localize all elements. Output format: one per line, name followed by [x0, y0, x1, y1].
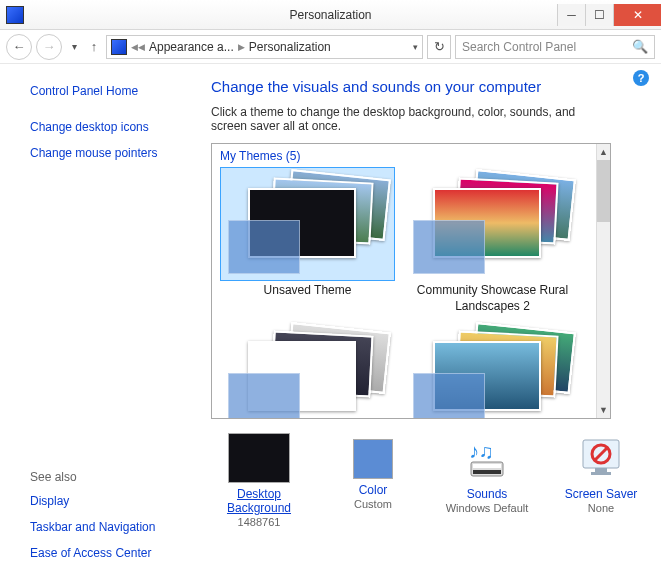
theme-item[interactable]: Community Showcase Rural Landscapes 2: [405, 167, 580, 314]
screen-saver-option[interactable]: Screen Saver None: [555, 433, 647, 528]
see-also-label: See also: [30, 470, 195, 484]
help-icon[interactable]: ?: [633, 70, 649, 86]
option-value: 1488761: [213, 516, 305, 528]
breadcrumb-separator-icon: ◀◀: [131, 42, 145, 52]
app-icon: [6, 6, 24, 24]
search-icon: 🔍: [632, 39, 648, 54]
left-nav: Control Panel Home Change desktop icons …: [0, 64, 207, 584]
svg-rect-2: [473, 464, 501, 468]
close-button[interactable]: ✕: [613, 4, 661, 26]
change-mouse-pointers-link[interactable]: Change mouse pointers: [30, 146, 195, 160]
history-dropdown[interactable]: ▾: [66, 34, 82, 60]
location-icon: [111, 39, 127, 55]
theme-item[interactable]: Unsaved Theme: [220, 167, 395, 314]
option-label: Color: [327, 483, 419, 497]
theme-list: My Themes (5) Unsaved Theme Community Sh…: [211, 143, 611, 419]
theme-label: Community Showcase Rural Landscapes 2: [405, 283, 580, 314]
option-value: Windows Default: [441, 502, 533, 514]
nav-bar: ← → ▾ ↑ ◀◀ Appearance a... ▶ Personaliza…: [0, 30, 661, 64]
change-desktop-icons-link[interactable]: Change desktop icons: [30, 120, 195, 134]
main-content: ? Change the visuals and sounds on your …: [207, 64, 661, 584]
address-bar[interactable]: ◀◀ Appearance a... ▶ Personalization ▾: [106, 35, 423, 59]
theme-group-label: My Themes (5): [212, 144, 610, 165]
bottom-options: Desktop Background 1488761 Color Custom …: [211, 433, 647, 528]
maximize-button[interactable]: ☐: [585, 4, 613, 26]
page-heading: Change the visuals and sounds on your co…: [211, 78, 647, 95]
svg-text:♪♫: ♪♫: [469, 440, 494, 462]
desktop-background-option[interactable]: Desktop Background 1488761: [213, 433, 305, 528]
option-value: Custom: [327, 498, 419, 510]
search-box[interactable]: 🔍: [455, 35, 655, 59]
forward-button[interactable]: →: [36, 34, 62, 60]
minimize-button[interactable]: ─: [557, 4, 585, 26]
option-label: Sounds: [441, 487, 533, 501]
page-subtext: Click a theme to change the desktop back…: [211, 105, 611, 133]
ease-of-access-link[interactable]: Ease of Access Center: [30, 546, 195, 560]
svg-rect-3: [473, 470, 501, 474]
breadcrumb-segment[interactable]: Personalization: [249, 40, 331, 54]
svg-rect-5: [595, 468, 607, 472]
desktop-background-icon: [228, 433, 290, 483]
option-value: None: [555, 502, 647, 514]
display-link[interactable]: Display: [30, 494, 195, 508]
theme-item[interactable]: [405, 320, 580, 419]
address-dropdown-icon[interactable]: ▾: [413, 42, 418, 52]
option-label: Desktop Background: [213, 487, 305, 515]
option-label: Screen Saver: [555, 487, 647, 501]
back-button[interactable]: ←: [6, 34, 32, 60]
color-swatch-icon: [353, 439, 393, 479]
svg-rect-6: [591, 472, 611, 475]
screen-saver-icon: [570, 433, 632, 483]
refresh-button[interactable]: ↻: [427, 35, 451, 59]
taskbar-navigation-link[interactable]: Taskbar and Navigation: [30, 520, 195, 534]
sounds-icon: ♪♫: [456, 433, 518, 483]
color-option[interactable]: Color Custom: [327, 433, 419, 528]
breadcrumb-segment[interactable]: Appearance a...: [149, 40, 234, 54]
theme-item[interactable]: [220, 320, 395, 419]
scroll-up-icon[interactable]: ▲: [597, 144, 610, 160]
sounds-option[interactable]: ♪♫ Sounds Windows Default: [441, 433, 533, 528]
search-input[interactable]: [462, 40, 632, 54]
theme-label: Unsaved Theme: [220, 283, 395, 299]
title-bar: Personalization ─ ☐ ✕: [0, 0, 661, 30]
control-panel-home-link[interactable]: Control Panel Home: [30, 84, 195, 98]
up-button[interactable]: ↑: [86, 34, 102, 60]
window-title: Personalization: [289, 8, 371, 22]
scrollbar[interactable]: ▲ ▼: [596, 144, 610, 418]
chevron-right-icon: ▶: [238, 42, 245, 52]
scroll-down-icon[interactable]: ▼: [597, 402, 610, 418]
scroll-thumb[interactable]: [597, 160, 611, 222]
